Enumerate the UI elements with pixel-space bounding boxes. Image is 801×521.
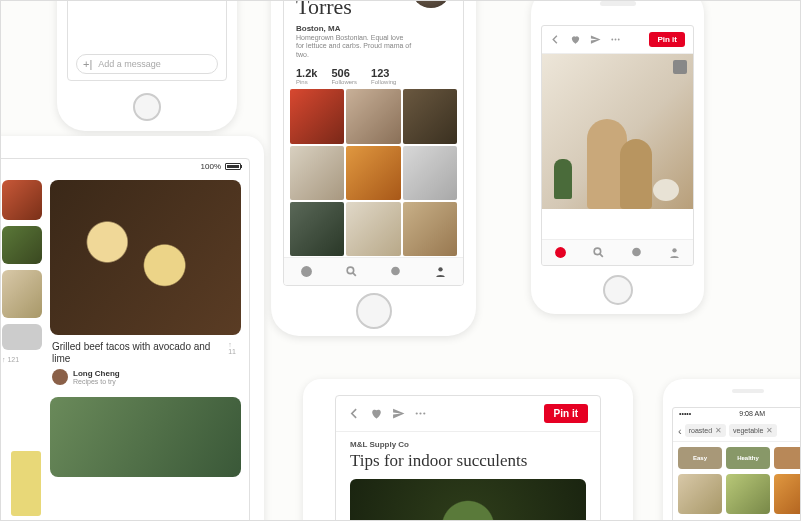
svg-point-13 [416,412,418,414]
pin-thumb[interactable] [2,324,42,350]
pin-it-button[interactable]: Pin it [544,404,588,423]
result-thumb[interactable] [774,474,801,514]
messages-screen: Let's do it +| Add a message [67,0,227,81]
pin-user-name: Long Cheng [73,369,120,378]
pin-thumb[interactable] [290,202,344,256]
battery-label: 100% [201,162,221,171]
svg-line-10 [600,254,603,257]
status-time: 9:08 AM [739,410,765,418]
pin-thumb[interactable] [403,202,457,256]
svg-point-3 [392,267,401,276]
svg-point-0 [301,266,312,277]
save-count: ↑ 11 [228,335,241,355]
profile-icon[interactable] [668,246,681,259]
pin-thumb[interactable] [346,146,400,200]
home-button[interactable] [133,93,161,121]
profile-location: Boston, MA [284,18,463,34]
home-button[interactable] [603,275,633,305]
article-screen: Pin it M&L Supply Co Tips for indoor suc… [335,395,601,521]
more-icon[interactable] [610,34,621,45]
pin-it-button[interactable]: Pin it [649,32,685,47]
pin-thumb[interactable] [403,146,457,200]
profile-screen: Sara Torres Boston, MA Homegrown Bostoni… [283,0,464,286]
pinterest-icon[interactable] [554,246,567,259]
svg-point-11 [632,248,641,257]
decor-strip [11,451,41,516]
pin-thumb[interactable] [2,180,42,220]
pin-detail-screen: Pin it [541,25,694,266]
stat-following[interactable]: 123Following [371,67,396,85]
article-source: M&L Supply Co [336,432,600,451]
phone-messages: Let's do it +| Add a message [57,0,237,131]
feed-column-right: Grilled beef tacos with avocado and lime… [50,180,241,477]
message-placeholder: Add a message [98,59,161,69]
profile-stats: 1.2kPins 506Followers 123Following [284,59,463,89]
more-icon[interactable] [414,407,427,420]
send-icon[interactable] [392,407,405,420]
svg-point-14 [419,412,421,414]
heart-icon[interactable] [370,407,383,420]
filter-chips: Easy Healthy [673,442,801,474]
search-icon[interactable] [592,246,605,259]
search-results [673,474,801,514]
attach-icon[interactable]: +| [77,58,98,70]
svg-point-6 [615,39,617,41]
tablet-article: Pin it M&L Supply Co Tips for indoor suc… [303,379,633,521]
pin-thumb[interactable] [2,270,42,318]
decor [653,179,679,201]
search-tag[interactable]: vegetable✕ [729,424,777,437]
send-icon[interactable] [590,34,601,45]
avatar [52,369,68,385]
filter-chip[interactable]: Healthy [726,447,770,469]
profile-bio: Homegrown Bostonian. Equal love for lett… [284,34,463,59]
pin-hero-image[interactable] [542,54,693,209]
phone-profile: Sara Torres Boston, MA Homegrown Bostoni… [271,0,476,336]
filter-chip[interactable]: Easy [678,447,722,469]
svg-point-9 [594,248,601,255]
phone-search: ••••• 9:08 AM ▮ ‹ roasted✕ vegetable✕ Ea… [663,379,801,521]
search-screen: ••••• 9:08 AM ▮ ‹ roasted✕ vegetable✕ Ea… [672,407,801,521]
back-icon[interactable]: ‹ [678,425,682,437]
svg-point-4 [438,267,442,271]
svg-point-1 [347,267,354,274]
stat-pins[interactable]: 1.2kPins [296,67,317,85]
article-title: Tips for indoor succulents [336,451,600,479]
search-icon[interactable] [345,265,358,278]
filter-chip[interactable] [774,447,801,469]
signal-icon: ••••• [679,410,691,418]
heart-icon[interactable] [570,34,581,45]
search-bar[interactable]: ‹ roasted✕ vegetable✕ [673,420,801,442]
pin-title: Grilled beef tacos with avocado and lime [50,335,228,367]
search-tag[interactable]: roasted✕ [685,424,726,437]
svg-point-12 [672,248,676,252]
pin-thumb[interactable] [346,89,400,143]
back-icon[interactable] [550,34,561,45]
article-hero-image[interactable] [350,479,586,521]
pin-attribution[interactable]: Long Cheng Recipes to try [50,367,241,387]
back-icon[interactable] [348,407,361,420]
pinterest-icon[interactable] [300,265,313,278]
remove-tag-icon[interactable]: ✕ [715,426,722,435]
pin-image[interactable] [50,397,241,477]
result-thumb[interactable] [678,474,722,514]
feed-column-left: ↑ 121 [2,180,42,477]
pin-thumb[interactable] [346,202,400,256]
pin-board-name: Recipes to try [73,378,120,385]
profile-icon[interactable] [434,265,447,278]
home-button[interactable] [356,293,392,329]
message-input[interactable]: +| Add a message [76,54,218,74]
result-thumb[interactable] [726,474,770,514]
pin-image-tacos[interactable] [50,180,241,335]
pin-thumb[interactable] [290,89,344,143]
svg-point-15 [423,412,425,414]
remove-tag-icon[interactable]: ✕ [766,426,773,435]
tab-bar [542,239,693,265]
chat-icon[interactable] [630,246,643,259]
chat-icon[interactable] [389,265,402,278]
pin-thumb[interactable] [403,89,457,143]
pin-thumb[interactable] [290,146,344,200]
status-bar: ••••• 9:08 AM ▮ [673,408,801,420]
svg-point-8 [555,247,566,258]
stat-followers[interactable]: 506Followers [331,67,357,85]
pin-thumb[interactable] [2,226,42,264]
